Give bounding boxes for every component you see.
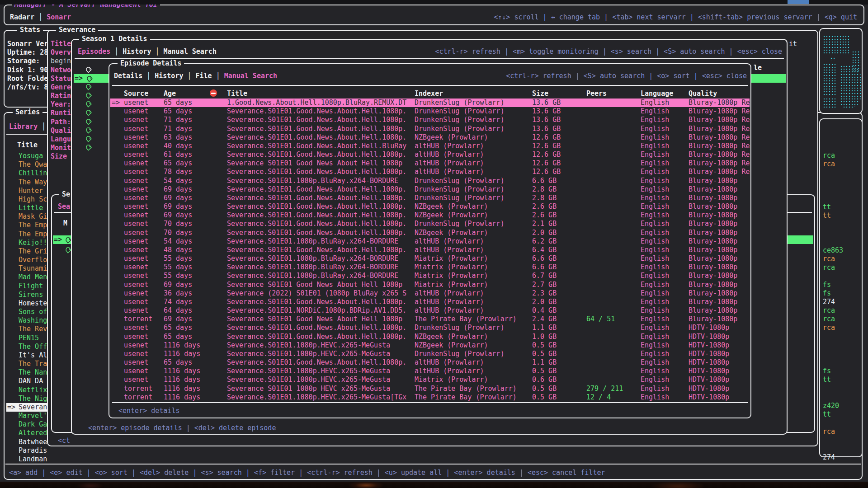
library-series-item[interactable]: The Emp	[6, 230, 49, 239]
release-row[interactable]: usenet71 daysSeverance.S01E01.Good.News.…	[110, 116, 750, 124]
release-row[interactable]: usenet69 daysSeverance.S01E01.Good.News.…	[110, 211, 750, 220]
episode-row[interactable]	[85, 126, 94, 135]
release-row[interactable]: usenet55 daysSeverance.S01E01.1080p.BluR…	[110, 263, 750, 272]
release-title: Severance.S01E01.Good.News.About.Hell.10…	[227, 168, 411, 176]
release-source: usenet	[124, 220, 156, 228]
library-series-item[interactable]: The Way	[6, 178, 49, 187]
library-series-item[interactable]: Hunter	[6, 187, 49, 195]
tab-library[interactable]: Library	[9, 122, 38, 131]
library-series-item[interactable]: Batwhee	[6, 438, 49, 446]
release-row[interactable]: torrent69 daysSeverance S01E01 Good News…	[110, 315, 750, 324]
release-row[interactable]: usenet40 daysSeverance.S01E01.Good.News.…	[110, 142, 750, 150]
release-row[interactable]: usenet55 daysSeverance.S01E01.1080p.BluR…	[110, 272, 750, 280]
release-row[interactable]: usenet48 daysSeverance.S01E01.Good.News.…	[110, 246, 750, 254]
release-quality: Bluray-1080p	[689, 177, 750, 185]
release-indexer: altHUB (Prowlarr)	[415, 142, 528, 150]
library-series-item[interactable]: It's Al	[6, 351, 49, 360]
library-series-item[interactable]: Tsunami	[6, 264, 49, 273]
library-series-item[interactable]: Marvel'	[6, 412, 49, 420]
release-title: Severance.S01E01.1080p.BluRay.x264-BORDU…	[227, 272, 411, 280]
library-series-item[interactable]: =>Severan	[6, 403, 49, 412]
library-series-item[interactable]: DAN DA	[6, 377, 49, 385]
library-series-item[interactable]: The Emp	[6, 221, 49, 230]
release-row[interactable]: usenet70 daysSeverance.S01E01.Good.News.…	[110, 220, 750, 228]
library-series-item[interactable]: Paradis	[6, 446, 49, 455]
episode-row[interactable]	[85, 66, 94, 74]
tab-file[interactable]: File	[196, 72, 212, 80]
library-series-item[interactable]: The Gri	[6, 247, 49, 256]
tab-ep-history[interactable]: History	[155, 72, 183, 80]
release-row[interactable]: usenet36 daysSeverance (2022) S01E01 (10…	[110, 289, 750, 298]
library-series-item[interactable]: The Tra	[6, 360, 49, 368]
release-row[interactable]: usenet1116 daysSeverance.S01E01.1080p.HE…	[110, 341, 750, 350]
release-row[interactable]: usenet69 daysSeverance S01E01 Good News …	[110, 281, 750, 289]
library-series-item[interactable]: The Nan	[6, 368, 49, 377]
library-series-item[interactable]: PEN15	[6, 334, 49, 343]
release-row[interactable]: usenet70 daysSeverance.S01E01.Good.News.…	[110, 229, 750, 237]
tab-radarr[interactable]: Radarr	[10, 13, 34, 21]
library-series-item[interactable]: The Off	[6, 343, 49, 351]
episode-row[interactable]	[85, 135, 94, 143]
library-series-item[interactable]: Washing	[6, 316, 49, 325]
release-row[interactable]: usenet1116 daysSeverance.S01E01.1080p.HE…	[110, 350, 750, 358]
tab-ep-manual-search[interactable]: Manual Search	[224, 72, 277, 80]
release-row[interactable]: torrent1116 daysSeverance S01E01 1080p H…	[110, 385, 750, 393]
tab-details[interactable]: Details	[114, 72, 142, 80]
release-row[interactable]: usenet61 daysSeverance.S01E01.Good.News.…	[110, 150, 750, 159]
episode-row[interactable]	[85, 117, 94, 126]
episode-row[interactable]	[85, 100, 94, 109]
tab-episodes[interactable]: Episodes	[78, 47, 110, 56]
library-series-item[interactable]: Altered	[6, 429, 49, 437]
library-series-item[interactable]: Homeste	[6, 299, 49, 308]
release-row[interactable]: usenet65 daysSeverance.S01E01.Good.News.…	[110, 358, 750, 367]
episode-row[interactable]	[85, 92, 94, 100]
library-series-item[interactable]: The Rev	[6, 325, 49, 333]
library-series-item[interactable]: The Nig	[6, 394, 49, 403]
release-title: Severance.S01E01.1080p.HEVC.x265-MeGusta	[227, 341, 411, 350]
release-row[interactable]: usenet54 daysSeverance.S01E01.1080p.BluR…	[110, 177, 750, 185]
tab-sonarr[interactable]: Sonarr	[47, 13, 71, 21]
release-row[interactable]: usenet74 daysSeverance.S01E01.Good.News.…	[110, 298, 750, 306]
tab-history[interactable]: History	[123, 47, 151, 56]
release-row[interactable]: usenet65 daysSeverance.S01E01.Good.News.…	[110, 324, 750, 332]
release-source: usenet	[124, 254, 156, 263]
library-series-item[interactable]: Flight	[6, 282, 49, 291]
library-series-item[interactable]: Landman	[6, 455, 49, 464]
library-series-item[interactable]: Yosuga	[6, 152, 49, 160]
release-row[interactable]: usenet1116 daysSeverance.S01E01.1080p.HE…	[110, 367, 750, 375]
library-series-item[interactable]: Keijo!!	[6, 239, 49, 247]
release-row[interactable]: usenet63 daysSeverance.S01E01.Good.News.…	[110, 133, 750, 142]
library-series-item[interactable]: Chillin	[6, 169, 49, 178]
series-field-label: Title	[51, 40, 72, 48]
tab-separator: │	[34, 13, 47, 21]
release-row[interactable]: usenet64 daysSeverance.S01E01.NORDiC.108…	[110, 306, 750, 315]
release-row[interactable]: usenet69 daysSeverance.S01E01.Good.News.…	[110, 202, 750, 211]
library-series-item[interactable]: Mad Men	[6, 273, 49, 282]
release-row[interactable]: usenet55 daysSeverance.S01E01.1080p.BluR…	[110, 254, 750, 263]
episode-row[interactable]	[85, 109, 94, 117]
release-row[interactable]: usenet65 daysSeverance.S01E01.Good.News.…	[110, 107, 750, 116]
library-series-item[interactable]: The Qwa	[6, 160, 49, 169]
release-row[interactable]: usenet65 daysSeverance.S01E01.Good.News.…	[110, 333, 750, 341]
library-series-item[interactable]: High Sc	[6, 195, 49, 204]
release-row[interactable]: usenet78 daysSeverance.S01E01.Good.News.…	[110, 168, 750, 176]
release-row[interactable]: usenet54 daysSeverance.S01E01.1080p.BluR…	[110, 237, 750, 246]
library-series-item[interactable]: Little	[6, 204, 49, 212]
library-series-item[interactable]: Mask Gi	[6, 212, 49, 221]
release-row[interactable]: usenet1116 daysSeverance.S01E01.1080p.HE…	[110, 375, 750, 384]
library-series-item[interactable]: Netflix	[6, 386, 49, 394]
library-series-item[interactable]: Overflo	[6, 256, 49, 264]
library-series-item[interactable]: Sons of	[6, 308, 49, 316]
episode-row[interactable]	[85, 83, 94, 91]
release-row[interactable]: torrent1116 daysSeverance.S01E01.1080p.H…	[110, 393, 750, 402]
episode-row[interactable]	[85, 144, 94, 152]
release-row[interactable]: usenet71 daysSeverance.S01E01.Good.News.…	[110, 125, 750, 133]
release-row[interactable]: usenet69 daysSeverance.S01E01.Good.News.…	[110, 185, 750, 194]
library-series-item[interactable]: Sirens	[6, 291, 49, 299]
tab-manual-search[interactable]: Manual Search	[164, 47, 217, 56]
release-row[interactable]: usenet69 daysSeverance.S01E01.Good.News.…	[110, 194, 750, 202]
release-row[interactable]: usenet65 daysSeverance S01E01 Good News …	[110, 159, 750, 168]
release-row[interactable]: =>usenet65 days1.Good.News.About.Hell.10…	[110, 99, 750, 107]
tab-seasons-fragment[interactable]: Sea	[58, 202, 70, 211]
library-series-item[interactable]: Dark Ga	[6, 420, 49, 429]
